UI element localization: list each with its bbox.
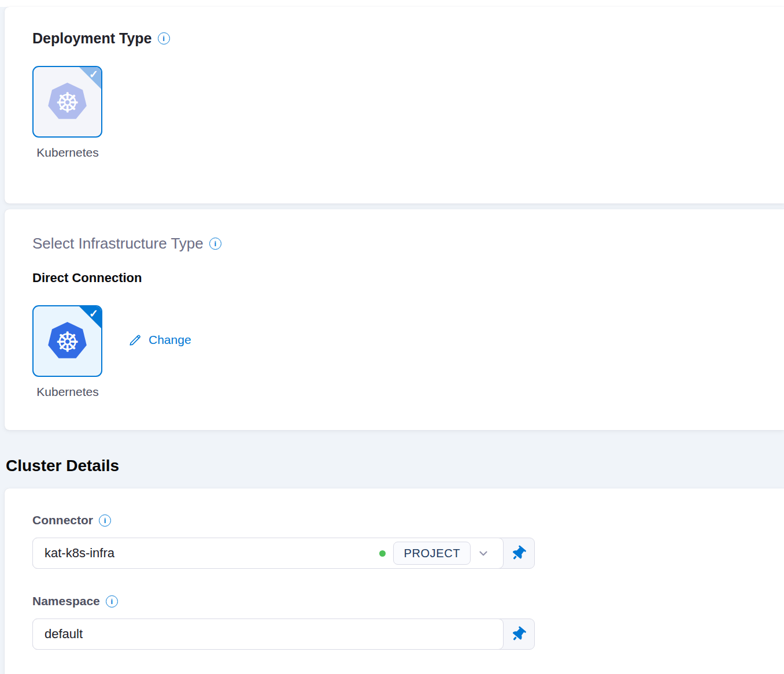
info-icon[interactable]: i	[158, 32, 170, 45]
connector-scope-badge: PROJECT	[393, 542, 471, 565]
infrastructure-kubernetes-card[interactable]: ☸ ✓	[32, 305, 102, 377]
namespace-field	[32, 619, 535, 650]
change-infrastructure-link[interactable]: Change	[128, 333, 191, 347]
check-icon: ✓	[89, 68, 98, 81]
info-icon[interactable]: i	[106, 595, 118, 608]
change-link-label: Change	[149, 333, 191, 347]
pencil-icon	[128, 333, 142, 347]
namespace-pin-button[interactable]	[502, 619, 534, 649]
connector-pin-button[interactable]	[502, 538, 534, 568]
info-icon[interactable]: i	[209, 238, 221, 250]
deployment-type-kubernetes-card[interactable]: ☸ ✓	[32, 66, 102, 138]
cluster-details-heading: Cluster Details	[6, 457, 784, 475]
namespace-input[interactable]	[32, 619, 504, 650]
infrastructure-card-label: Kubernetes	[30, 385, 105, 399]
deployment-type-card-label: Kubernetes	[30, 146, 105, 160]
check-icon: ✓	[89, 307, 98, 320]
infrastructure-type-section: Select Infrastructure Type i Direct Conn…	[5, 209, 784, 430]
namespace-label: Namespace	[32, 594, 100, 608]
kubernetes-icon: ☸	[48, 322, 87, 360]
infrastructure-type-title: Select Infrastructure Type	[32, 235, 204, 252]
pin-icon	[509, 625, 527, 643]
connector-label: Connector	[32, 513, 93, 527]
deployment-type-title: Deployment Type	[32, 29, 152, 47]
deployment-type-section: Deployment Type i ☸ ✓ Kubernetes	[5, 7, 784, 203]
pin-icon	[509, 544, 527, 562]
connector-status-dot	[379, 550, 386, 557]
content-panel: Deployment Type i ☸ ✓ Kubernetes Select …	[0, 7, 784, 674]
info-icon[interactable]: i	[99, 514, 111, 527]
direct-connection-label: Direct Connection	[32, 271, 756, 286]
connector-field: PROJECT	[32, 538, 535, 569]
chevron-down-icon[interactable]	[477, 547, 490, 560]
cluster-details-section: Connector i PROJECT Namespace	[5, 488, 784, 674]
kubernetes-icon: ☸	[48, 83, 87, 121]
